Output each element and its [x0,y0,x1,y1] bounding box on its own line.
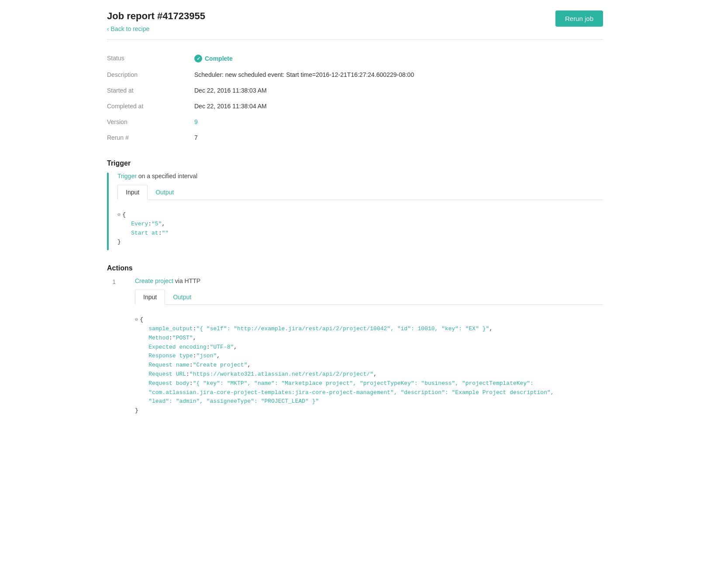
started-row: Started at Dec 22, 2016 11:38:03 AM [107,83,603,98]
trigger-content: Trigger on a specified interval Input Ou… [117,173,603,250]
trigger-tabs: Input Output [117,185,603,200]
job-info-table: Status ✓ Complete Description Scheduler:… [107,50,603,145]
page-title: Job report #41723955 [107,10,205,22]
version-row: Version 9 [107,114,603,130]
trigger-title: Trigger [107,159,603,167]
action-link[interactable]: Create project [135,277,173,284]
completed-value: Dec 22, 2016 11:38:04 AM [194,98,603,114]
complete-icon: ✓ [194,55,202,62]
completed-row: Completed at Dec 22, 2016 11:38:04 AM [107,98,603,114]
action-number: 1 [107,278,116,285]
version-label: Version [107,114,194,130]
action-input-tab[interactable]: Input [135,290,165,305]
action-row: 1 Create project via HTTP Input Output ⊖… [107,277,603,419]
header-left: Job report #41723955 Back to recipe [107,10,205,32]
completed-label: Completed at [107,98,194,114]
description-value: Scheduler: new scheduled event: Start ti… [194,67,603,83]
action-code-block: ⊖{ sample_output:"{ "self": "http://exam… [135,312,603,419]
status-row: Status ✓ Complete [107,50,603,67]
trigger-input-tab[interactable]: Input [117,185,148,200]
trigger-container: Trigger on a specified interval Input Ou… [107,173,603,250]
rerun-row: Rerun # 7 [107,130,603,145]
action-description: Create project via HTTP [135,277,603,284]
actions-section: Actions 1 Create project via HTTP Input … [107,264,603,419]
page-header: Job report #41723955 Back to recipe Reru… [107,10,603,32]
trigger-description-suffix: on a specified interval [138,173,197,180]
actions-title: Actions [107,264,603,272]
rerun-value: 7 [194,130,603,145]
back-to-recipe-link[interactable]: Back to recipe [107,25,149,32]
started-value: Dec 22, 2016 11:38:03 AM [194,83,603,98]
description-label: Description [107,67,194,83]
action-tabs: Input Output [135,290,603,305]
rerun-job-button[interactable]: Rerun job [555,10,603,27]
trigger-left-bar [107,173,109,250]
description-row: Description Scheduler: new scheduled eve… [107,67,603,83]
version-value[interactable]: 9 [194,118,198,125]
action-via: via HTTP [175,277,200,284]
action-output-tab[interactable]: Output [165,290,199,304]
trigger-code-block: ⊖{ Every:"5", Start at:"" } [117,207,603,250]
rerun-label: Rerun # [107,130,194,145]
status-label: Status [107,50,194,67]
trigger-description: Trigger on a specified interval [117,173,603,180]
trigger-output-tab[interactable]: Output [148,185,182,200]
trigger-link[interactable]: Trigger [117,173,137,180]
header-divider [107,39,603,40]
status-value: ✓ Complete [194,55,603,62]
action-collapse-icon[interactable]: ⊖ [135,317,138,323]
trigger-section: Trigger Trigger on a specified interval … [107,159,603,250]
action-inner: Create project via HTTP Input Output ⊖{ … [135,277,603,419]
started-label: Started at [107,83,194,98]
trigger-collapse-icon[interactable]: ⊖ [117,212,121,218]
